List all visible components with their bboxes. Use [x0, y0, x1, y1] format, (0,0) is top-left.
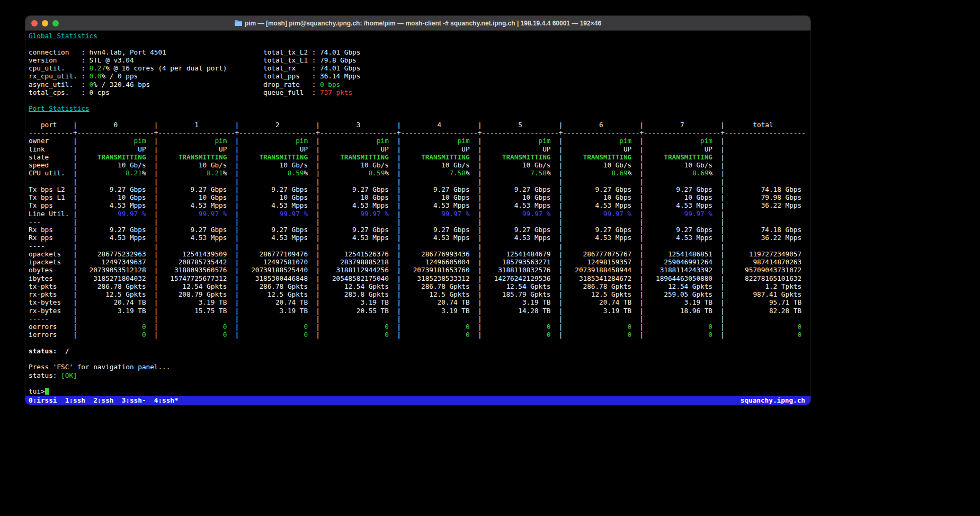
- port-stats-row: Line Util. | 99.97 % | 99.97 % | 99.97 %…: [29, 210, 810, 218]
- port-stats-row: Rx bps | 9.27 Gbps | 9.27 Gbps | 9.27 Gb…: [29, 226, 810, 234]
- titlebar[interactable]: pim — [mosh] pim@squanchy.ipng.ch: /home…: [25, 16, 810, 31]
- status-ok-line: status: [OK]: [29, 371, 810, 379]
- folder-icon: [235, 20, 242, 26]
- terminal-screen[interactable]: Global Statisticsconnection : hvn4.lab, …: [25, 31, 810, 396]
- desktop: pim — [mosh] pim@squanchy.ipng.ch: /home…: [0, 0, 980, 516]
- port-stats-row: oerrors | 0 | 0 | 0 | 0 | 0 | 0 | 0 | 0 …: [29, 323, 810, 331]
- traffic-lights: [25, 20, 59, 26]
- esc-hint-line: Press 'ESC' for navigation panel...: [29, 363, 810, 371]
- blank-line: [29, 379, 810, 387]
- port-stats-row: opackets | 286775232963 | 12541439509 | …: [29, 250, 810, 258]
- status-spinner-line: status: /: [29, 347, 810, 355]
- port-stats-row: owner | pim | pim | pim | pim | pim | pi…: [29, 137, 810, 145]
- global-stats-line: total_cps. : 0 cps queue_full : 737 pkts: [29, 88, 810, 96]
- screen-statusbar: 0:irssi 1:ssh 2:ssh 3:ssh- 4:ssh* squanc…: [25, 396, 810, 405]
- port-stats-row: ---- | | | | | | | | |: [29, 242, 810, 250]
- port-stats-row: rx-pkts | 12.5 Gpkts | 208.79 Gpkts | 12…: [29, 290, 810, 298]
- port-stats-row: CPU util. | 8.21% | 8.21% | 8.59% | 8.59…: [29, 169, 810, 177]
- global-stats-line: rx_cpu_util. : 0.0% / 0 pps total_pps : …: [29, 72, 810, 80]
- port-stats-header: port | 0 | 1 | 2 | 3 | 4 | 5 | 6 | 7 | t…: [29, 121, 810, 129]
- port-stats-row: obytes | 20739053512128 | 3188093560576 …: [29, 266, 810, 274]
- blank-line: [29, 339, 810, 347]
- zoom-icon[interactable]: [52, 20, 59, 26]
- global-stats-line: async_util. : 0% / 320.46 bps drop_rate …: [29, 81, 810, 88]
- statusbar-hostname: squanchy.ipng.ch: [741, 396, 805, 404]
- port-stats-row: ----- | | | | | | | | |: [29, 315, 810, 323]
- port-stats-row: -- | | | | | | | | |: [29, 177, 810, 185]
- prompt-line: tui>: [29, 387, 810, 395]
- statusbar-windows: 0:irssi 1:ssh 2:ssh 3:ssh- 4:ssh*: [29, 396, 179, 404]
- port-stats-row: Tx pps | 4.53 Mpps | 4.53 Mpps | 4.53 Mp…: [29, 201, 810, 209]
- port-stats-row: ipackets | 12497349637 | 208785735442 | …: [29, 258, 810, 266]
- global-stats-heading: Global Statistics: [29, 32, 810, 40]
- port-stats-separator: -----------+-------------------+--------…: [29, 129, 810, 137]
- blank-line: [29, 355, 810, 363]
- port-stats-row: Tx bps L2 | 9.27 Gbps | 9.27 Gbps | 9.27…: [29, 185, 810, 193]
- port-stats-row: ierrors | 0 | 0 | 0 | 0 | 0 | 0 | 0 | 0 …: [29, 331, 810, 339]
- port-stats-row: link | UP | UP | UP | UP | UP | UP | UP …: [29, 145, 810, 153]
- blank-line: [29, 40, 810, 48]
- minimize-icon[interactable]: [42, 20, 48, 26]
- port-stats-heading: Port Statistics: [29, 104, 810, 112]
- port-stats-row: Rx pps | 4.53 Mpps | 4.53 Mpps | 4.53 Mp…: [29, 234, 810, 242]
- terminal-cursor: [45, 388, 49, 395]
- port-stats-row: tx-bytes | 20.74 TB | 3.19 TB | 20.74 TB…: [29, 298, 810, 306]
- window-title-text: pim — [mosh] pim@squanchy.ipng.ch: /home…: [245, 20, 601, 27]
- port-stats-row: --- | | | | | | | | |: [29, 218, 810, 226]
- port-stats-row: ibytes | 3185271804032 | 15747725677312 …: [29, 274, 810, 282]
- terminal-output: Global Statisticsconnection : hvn4.lab, …: [29, 32, 810, 395]
- global-stats-line: connection : hvn4.lab, Port 4501 total_t…: [29, 48, 810, 56]
- window-title: pim — [mosh] pim@squanchy.ipng.ch: /home…: [25, 16, 810, 30]
- port-stats-row: tx-pkts | 286.78 Gpkts | 12.54 Gpkts | 2…: [29, 282, 810, 290]
- port-stats-row: Tx bps L1 | 10 Gbps | 10 Gbps | 10 Gbps …: [29, 193, 810, 201]
- port-stats-row: speed | 10 Gb/s | 10 Gb/s | 10 Gb/s | 10…: [29, 161, 810, 169]
- close-icon[interactable]: [31, 20, 38, 26]
- port-stats-row: state | TRANSMITTING | TRANSMITTING | TR…: [29, 153, 810, 161]
- terminal-window: pim — [mosh] pim@squanchy.ipng.ch: /home…: [25, 16, 810, 405]
- blank-line: [29, 96, 810, 104]
- global-stats-line: cpu_util. : 8.27% @ 16 cores (4 per dual…: [29, 64, 810, 72]
- blank-line: [29, 113, 810, 121]
- global-stats-line: version : STL @ v3.04 total_tx_L1 : 79.8…: [29, 56, 810, 64]
- port-stats-row: rx-bytes | 3.19 TB | 15.75 TB | 3.19 TB …: [29, 307, 810, 315]
